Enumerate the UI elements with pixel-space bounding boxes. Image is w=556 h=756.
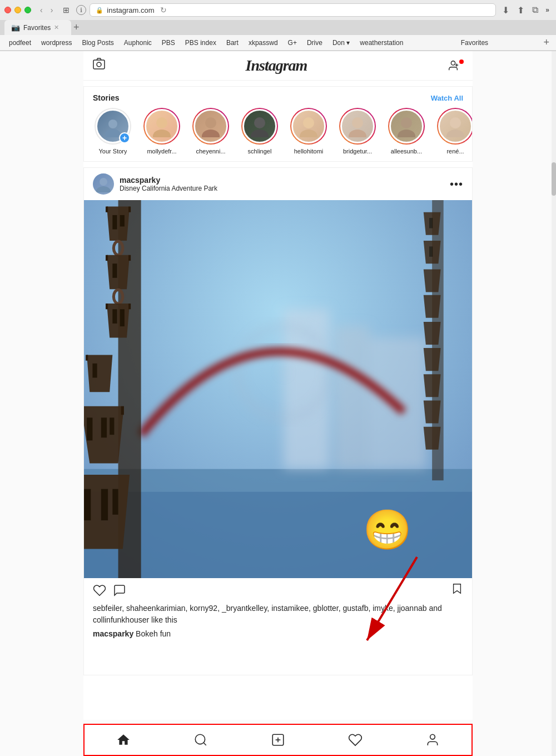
story-item-your-story[interactable]: + Your Story [93, 108, 133, 155]
bookmark-pbs[interactable]: PBS [157, 38, 180, 48]
svg-rect-27 [335, 326, 370, 469]
traffic-lights [4, 7, 31, 13]
svg-marker-66 [424, 269, 441, 292]
fullscreen-button[interactable] [24, 7, 31, 13]
browser-chrome: ‹ › ⊞ ℹ 🔒 instagram.com ↻ ⬇ ⬆ ⧉ » 📷 Favo… [0, 0, 556, 51]
save-button[interactable] [451, 583, 463, 598]
bookmark-wordpress[interactable]: wordpress [37, 38, 76, 48]
svg-point-5 [108, 120, 117, 128]
post-username[interactable]: macsparky [120, 176, 444, 185]
home-nav-button[interactable] [105, 730, 142, 749]
schlingel-avatar-wrapper [241, 108, 278, 145]
new-tab-button[interactable]: + [71, 22, 82, 33]
bookmark-pbsindex[interactable]: PBS index [181, 38, 221, 48]
lock-icon: 🔒 [96, 7, 103, 14]
stories-scroll[interactable]: + Your Story [84, 108, 472, 155]
bookmark-drive[interactable]: Drive [302, 38, 327, 48]
story-item-alleesunb[interactable]: alleesunb... [386, 108, 426, 155]
scrollbar[interactable] [552, 51, 556, 756]
svg-rect-35 [106, 207, 108, 212]
tabs-button[interactable]: ⧉ [529, 4, 541, 16]
camera-button[interactable] [92, 57, 106, 74]
like-button[interactable] [93, 584, 106, 597]
svg-rect-50 [86, 355, 88, 360]
hellohitomi-label: hellohitomi [294, 148, 324, 155]
reload-button[interactable]: ↻ [158, 6, 169, 14]
watch-all-button[interactable]: Watch All [431, 94, 463, 102]
svg-point-81 [430, 734, 435, 739]
forward-button[interactable]: › [47, 4, 57, 16]
show-all-button[interactable]: » [543, 5, 552, 15]
svg-point-13 [303, 117, 314, 128]
info-button[interactable]: ℹ [76, 5, 86, 15]
bookmark-weatherstation[interactable]: weatherstation [355, 38, 408, 48]
post-avatar[interactable] [93, 173, 114, 195]
story-item-cheyenni[interactable]: cheyenni... [191, 108, 231, 155]
svg-marker-48 [87, 355, 112, 392]
bottom-spacer [83, 675, 473, 720]
bookmark-label: Bart [226, 39, 239, 47]
share-button[interactable]: ⬆ [514, 4, 527, 17]
svg-rect-46 [106, 304, 108, 309]
story-item-hellohitomi[interactable]: hellohitomi [289, 108, 329, 155]
bookmark-gplus[interactable]: G+ [284, 38, 301, 48]
activity-nav-button[interactable] [337, 730, 374, 749]
mollydefr-avatar [145, 109, 179, 143]
mollydefr-avatar-wrapper [143, 108, 180, 145]
bottom-nav [83, 724, 473, 756]
svg-rect-53 [101, 417, 107, 437]
emoji-annotation: 😁 [363, 507, 411, 553]
hellohitomi-ring [290, 108, 327, 145]
scrollbar-thumb[interactable] [552, 162, 556, 196]
bookmark-podfeet[interactable]: podfeet [4, 38, 36, 48]
active-tab[interactable]: 📷 Favorites ✕ [4, 20, 71, 35]
add-user-button[interactable] [447, 59, 459, 72]
svg-point-22 [96, 186, 111, 192]
bookmark-blogposts[interactable]: Blog Posts [77, 38, 118, 48]
caption-username[interactable]: macsparky [93, 629, 133, 638]
new-tab-sidebar-button[interactable]: + [541, 37, 552, 48]
schlingel-label: schlingel [248, 148, 272, 155]
svg-rect-0 [93, 60, 105, 69]
add-story-button[interactable]: + [119, 132, 130, 143]
bookmark-label: Blog Posts [82, 39, 113, 47]
bookmark-bart[interactable]: Bart [222, 38, 243, 48]
svg-rect-47 [128, 304, 131, 309]
stories-header: Stories Watch All [84, 93, 472, 108]
post-location: Disney California Adventure Park [120, 185, 444, 192]
rene-ring [437, 108, 472, 145]
svg-rect-44 [112, 309, 117, 324]
story-item-mollydefr[interactable]: mollydefr... [142, 108, 182, 155]
bookmark-auphonic[interactable]: Auphonic [120, 38, 156, 48]
svg-marker-68 [424, 322, 441, 345]
minimize-button[interactable] [14, 7, 21, 13]
sidebar-button[interactable]: ⊞ [59, 4, 73, 16]
bookmark-label: podfeet [9, 39, 31, 47]
svg-point-10 [202, 130, 220, 137]
address-bar[interactable]: 🔒 instagram.com ↻ [90, 3, 496, 17]
svg-rect-33 [112, 215, 117, 230]
bookmark-label: Drive [307, 39, 322, 47]
bookmark-xkpasswd[interactable]: xkpasswd [244, 38, 282, 48]
comment-button[interactable] [113, 584, 126, 597]
cheyenni-avatar [193, 109, 228, 143]
close-button[interactable] [4, 7, 11, 13]
alleesunb-ring [388, 108, 425, 145]
add-post-nav-button[interactable] [260, 730, 296, 749]
story-item-rene[interactable]: rené... [435, 108, 472, 155]
tab-close-button[interactable]: ✕ [54, 24, 59, 31]
back-button[interactable]: ‹ [37, 4, 46, 16]
tab-icon: 📷 [11, 23, 20, 32]
story-item-bridgetur[interactable]: bridgetur... [337, 108, 378, 155]
add-user-area [447, 59, 464, 72]
search-nav-button[interactable] [182, 730, 219, 749]
tab-title: Favorites [23, 24, 51, 32]
profile-nav-button[interactable] [414, 730, 451, 749]
svg-point-18 [398, 130, 415, 137]
caption-body: Bokeh fun [136, 629, 171, 638]
story-item-schlingel[interactable]: schlingel [240, 108, 280, 155]
post-more-button[interactable]: ••• [450, 178, 463, 191]
svg-rect-49 [92, 364, 97, 378]
bookmark-don[interactable]: Don ▾ [328, 38, 354, 48]
download-button[interactable]: ⬇ [499, 4, 512, 17]
